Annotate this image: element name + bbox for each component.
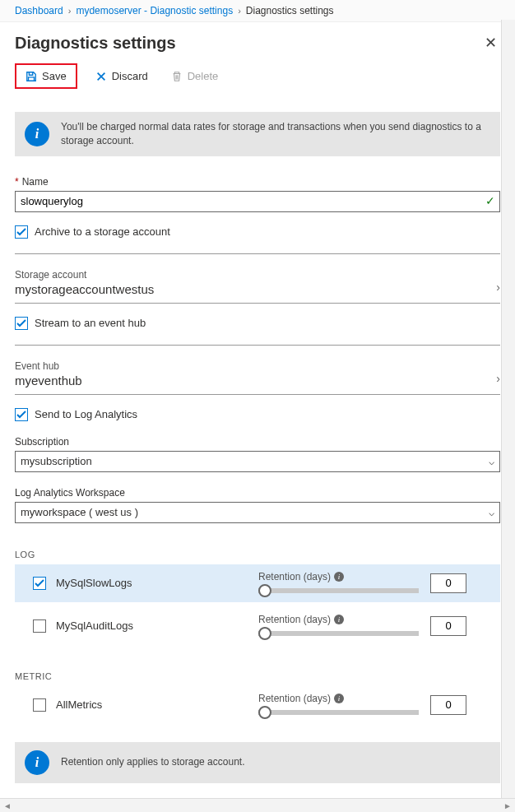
- auditlogs-label: MySqlAuditLogs: [56, 619, 133, 632]
- log-row-audit[interactable]: MySqlAuditLogs Retention (days) i: [15, 607, 500, 645]
- page-title: Diagnostics settings: [15, 34, 176, 53]
- required-asterisk: *: [15, 176, 19, 188]
- discard-icon: [95, 71, 107, 82]
- storage-account-picker[interactable]: Storage account mystorageaccountwestus ›: [15, 269, 500, 304]
- retention-label: Retention (days) i: [258, 571, 419, 582]
- allmetrics-retention-input[interactable]: [430, 695, 466, 715]
- discard-label: Discard: [112, 70, 148, 82]
- metric-row-all[interactable]: AllMetrics Retention (days) i: [15, 686, 500, 724]
- loganalytics-checkbox[interactable]: [15, 408, 28, 421]
- log-row-slow[interactable]: MySqlSlowLogs Retention (days) i: [15, 564, 500, 602]
- retention-label: Retention (days) i: [258, 693, 419, 704]
- info-dot-icon[interactable]: i: [334, 694, 344, 703]
- info-banner-text: You'll be charged normal data rates for …: [61, 120, 490, 148]
- discard-button[interactable]: Discard: [90, 67, 153, 86]
- breadcrumb-dashboard[interactable]: Dashboard: [15, 5, 63, 16]
- chevron-right-icon: ›: [68, 6, 72, 16]
- chevron-right-icon: ›: [496, 372, 500, 385]
- group-metric-title: METRIC: [15, 671, 500, 681]
- info-banner-bottom: i Retention only applies to storage acco…: [15, 742, 500, 783]
- delete-label: Delete: [188, 70, 219, 82]
- stream-label: Stream to an event hub: [35, 317, 146, 329]
- auditlogs-retention-slider[interactable]: [258, 627, 419, 638]
- save-button[interactable]: Save: [21, 67, 72, 86]
- slowlogs-label: MySqlSlowLogs: [56, 577, 132, 589]
- archive-checkbox[interactable]: [15, 225, 28, 239]
- chevron-down-icon: ⌵: [489, 456, 494, 467]
- save-button-highlight: Save: [15, 63, 77, 89]
- event-hub-label: Event hub: [15, 360, 500, 372]
- stream-checkbox[interactable]: [15, 317, 28, 330]
- scroll-left-icon[interactable]: ◄: [2, 801, 13, 810]
- info-banner-bottom-text: Retention only applies to storage accoun…: [61, 755, 244, 769]
- group-log-title: LOG: [15, 550, 500, 559]
- info-icon: i: [25, 122, 49, 146]
- subscription-label: Subscription: [15, 436, 500, 448]
- close-icon[interactable]: ✕: [481, 30, 500, 55]
- storage-account-value: mystorageaccountwestus: [15, 282, 500, 296]
- retention-label: Retention (days) i: [258, 614, 419, 625]
- info-icon: i: [25, 750, 49, 775]
- breadcrumb-server[interactable]: mydemoserver - Diagnostic settings: [76, 5, 233, 16]
- archive-label: Archive to a storage account: [35, 225, 170, 238]
- info-dot-icon[interactable]: i: [334, 572, 344, 582]
- chevron-right-icon: ›: [496, 281, 500, 294]
- storage-account-label: Storage account: [15, 269, 500, 281]
- info-banner-top: i You'll be charged normal data rates fo…: [15, 112, 500, 156]
- horizontal-scrollbar[interactable]: ◄ ►: [0, 798, 515, 812]
- name-input[interactable]: [15, 191, 500, 212]
- event-hub-value: myeventhub: [15, 374, 500, 387]
- loganalytics-label: Send to Log Analytics: [35, 408, 137, 420]
- subscription-select[interactable]: mysubscription ⌵: [15, 451, 500, 472]
- save-label: Save: [42, 70, 67, 82]
- delete-icon: [171, 71, 183, 82]
- toolbar: Save Discard Delete: [0, 60, 515, 97]
- subscription-value: mysubscription: [21, 455, 92, 467]
- chevron-right-icon: ›: [238, 6, 241, 16]
- scroll-right-icon[interactable]: ►: [502, 801, 513, 810]
- workspace-label: Log Analytics Workspace: [15, 487, 500, 499]
- auditlogs-retention-input[interactable]: [430, 616, 466, 636]
- save-icon: [26, 71, 37, 82]
- slowlogs-checkbox[interactable]: [33, 577, 46, 590]
- allmetrics-checkbox[interactable]: [33, 698, 46, 712]
- blade-header: Diagnostics settings ✕: [0, 22, 515, 60]
- allmetrics-label: AllMetrics: [56, 698, 102, 711]
- delete-button: Delete: [166, 67, 224, 86]
- name-label: * Name: [15, 176, 500, 188]
- vertical-scrollbar[interactable]: [501, 20, 515, 798]
- event-hub-picker[interactable]: Event hub myeventhub ›: [15, 360, 500, 395]
- workspace-value: myworkspace ( west us ): [21, 506, 138, 518]
- slowlogs-retention-input[interactable]: [430, 573, 466, 593]
- info-dot-icon[interactable]: i: [334, 615, 344, 624]
- slowlogs-retention-slider[interactable]: [258, 584, 419, 596]
- allmetrics-retention-slider[interactable]: [258, 706, 419, 717]
- breadcrumb: Dashboard › mydemoserver - Diagnostic se…: [0, 0, 515, 22]
- valid-check-icon: ✓: [485, 194, 495, 207]
- chevron-down-icon: ⌵: [489, 507, 494, 518]
- breadcrumb-current: Diagnostics settings: [246, 5, 334, 16]
- auditlogs-checkbox[interactable]: [33, 619, 46, 633]
- workspace-select[interactable]: myworkspace ( west us ) ⌵: [15, 502, 500, 523]
